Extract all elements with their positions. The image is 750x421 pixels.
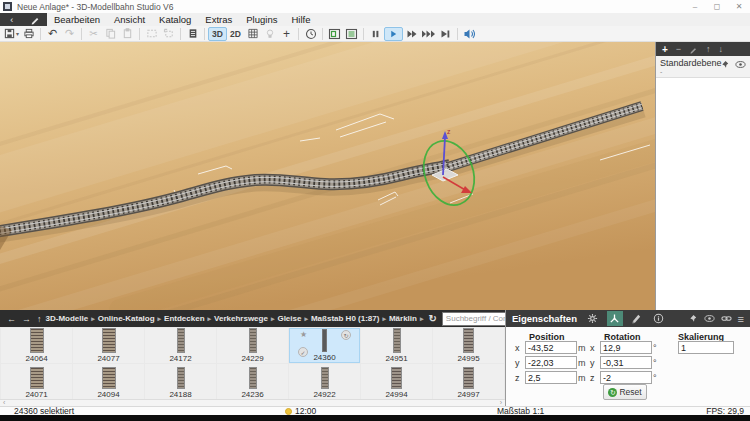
paint-tab-button[interactable]: [629, 311, 645, 326]
copy-button[interactable]: [102, 27, 119, 41]
menu-hilfe[interactable]: Hilfe: [284, 13, 317, 26]
scene-canvas[interactable]: z: [0, 42, 655, 310]
rot-axis-x-label: x: [590, 343, 595, 353]
transform-selection-button[interactable]: [160, 27, 177, 41]
edit-mode-button[interactable]: [24, 13, 48, 26]
scroll-left-icon[interactable]: ‹: [3, 399, 5, 406]
redo-button[interactable]: ↷: [61, 27, 78, 41]
position-y-input[interactable]: [525, 356, 577, 369]
save-dropdown-caret[interactable]: ▾: [16, 30, 19, 37]
breadcrumb-maerklin[interactable]: Märklin: [388, 314, 418, 323]
catalog-search-input[interactable]: [442, 312, 505, 326]
cut-button[interactable]: ✂: [85, 27, 102, 41]
track-thumbnail: [102, 367, 116, 389]
save-button[interactable]: ▾: [3, 27, 20, 41]
viewport-3d[interactable]: z: [0, 42, 655, 310]
grid-toggle-button[interactable]: [244, 27, 261, 41]
catalog-item-id: 24236: [241, 390, 263, 399]
menu-extras[interactable]: Extras: [198, 13, 239, 26]
add-object-button[interactable]: +: [278, 27, 295, 41]
fast-forward-button[interactable]: [420, 27, 437, 41]
catalog-item[interactable]: 24172: [145, 328, 216, 363]
catalog-item[interactable]: 24094: [73, 364, 144, 399]
catalog-item[interactable]: 24077: [73, 328, 144, 363]
favorite-star-icon[interactable]: ★: [300, 330, 307, 339]
position-x-input[interactable]: [525, 341, 577, 354]
track-thumbnail: [30, 367, 44, 389]
print-button[interactable]: [20, 27, 37, 41]
scroll-right-icon[interactable]: ›: [500, 399, 502, 406]
breadcrumb-entdecken[interactable]: Entdecken: [163, 314, 205, 323]
eye-icon[interactable]: [704, 314, 715, 323]
paste-button[interactable]: [119, 27, 136, 41]
link-icon[interactable]: [721, 314, 732, 323]
move-layer-up-button[interactable]: ↑: [706, 44, 711, 54]
refresh-icon[interactable]: ↻: [425, 313, 439, 324]
scale-input[interactable]: [678, 341, 734, 354]
layer-row-standardebene[interactable]: Standardebene -: [656, 56, 750, 78]
catalog-item[interactable]: 24922: [289, 364, 360, 399]
catalog-item[interactable]: 24951: [361, 328, 432, 363]
rotation-y-input[interactable]: [600, 356, 652, 369]
info-tab-button[interactable]: [651, 311, 667, 326]
edit-layer-button[interactable]: [689, 45, 698, 54]
pause-icon: [371, 29, 380, 39]
catalog-item[interactable]: 24994: [361, 364, 432, 399]
rotation-x-input[interactable]: [600, 341, 652, 354]
event-list-button[interactable]: [343, 27, 360, 41]
list-icon: [188, 28, 198, 39]
breadcrumb-gleise[interactable]: Gleise: [276, 314, 302, 323]
reset-button[interactable]: ↻ Reset: [603, 384, 647, 400]
settings-tab-button[interactable]: [585, 311, 601, 326]
object-list-button[interactable]: [184, 27, 201, 41]
info-icon: [653, 313, 664, 324]
menu-plugins[interactable]: Plugins: [239, 13, 284, 26]
menu-katalog[interactable]: Katalog: [152, 13, 198, 26]
catalog-back-button[interactable]: ←: [4, 314, 19, 324]
maximize-button[interactable]: ◻: [706, 1, 728, 13]
breadcrumb-3d-modelle[interactable]: 3D-Modelle: [45, 314, 90, 323]
pause-button[interactable]: [367, 27, 384, 41]
rotation-z-input[interactable]: [600, 371, 652, 384]
time-button[interactable]: [302, 27, 319, 41]
undo-button[interactable]: ↶: [44, 27, 61, 41]
close-button[interactable]: ✕: [728, 1, 750, 13]
event-window-button[interactable]: [326, 27, 343, 41]
catalog-item[interactable]: 24997: [433, 364, 504, 399]
transform-tab-button[interactable]: [607, 311, 623, 326]
breadcrumb-verkehrswege[interactable]: Verkehrswege: [213, 314, 269, 323]
position-z-input[interactable]: [525, 371, 577, 384]
catalog-item[interactable]: 24064: [1, 328, 72, 363]
lighting-button[interactable]: [261, 27, 278, 41]
forward-icon: [406, 29, 418, 39]
forward-button[interactable]: [403, 27, 420, 41]
catalog-item[interactable]: 24188: [145, 364, 216, 399]
catalog-up-button[interactable]: ↑: [34, 314, 45, 324]
sound-toggle-button[interactable]: [461, 27, 478, 41]
select-area-button[interactable]: [143, 27, 160, 41]
view-2d-button[interactable]: 2D: [227, 27, 244, 41]
add-layer-button[interactable]: +: [662, 44, 668, 55]
catalog-item[interactable]: 24995: [433, 328, 504, 363]
back-button[interactable]: ‹: [0, 13, 24, 26]
breadcrumb-massstab-h0[interactable]: Maßstab H0 (1:87): [310, 314, 380, 323]
move-layer-down-button[interactable]: ↓: [719, 44, 724, 54]
minimize-button[interactable]: –: [684, 1, 706, 13]
pin-icon[interactable]: [721, 60, 730, 69]
remove-layer-button[interactable]: −: [676, 44, 681, 54]
menu-icon[interactable]: ≡: [738, 314, 744, 324]
catalog-item[interactable]: 24229: [217, 328, 288, 363]
axis-x-label: x: [515, 343, 520, 353]
breadcrumb-online-katalog[interactable]: Online-Katalog: [97, 314, 156, 323]
pin-icon[interactable]: [689, 314, 698, 323]
menu-bearbeiten[interactable]: Bearbeiten: [47, 13, 107, 26]
eye-icon[interactable]: [735, 60, 746, 69]
catalog-forward-button[interactable]: →: [19, 314, 34, 324]
skip-end-button[interactable]: [437, 27, 454, 41]
menu-ansicht[interactable]: Ansicht: [107, 13, 152, 26]
catalog-item-selected[interactable]: ★ ↻ ✓ 24360: [289, 328, 360, 363]
view-3d-button[interactable]: 3D: [208, 27, 227, 41]
catalog-item[interactable]: 24071: [1, 364, 72, 399]
play-button[interactable]: [384, 27, 403, 41]
catalog-item[interactable]: 24236: [217, 364, 288, 399]
